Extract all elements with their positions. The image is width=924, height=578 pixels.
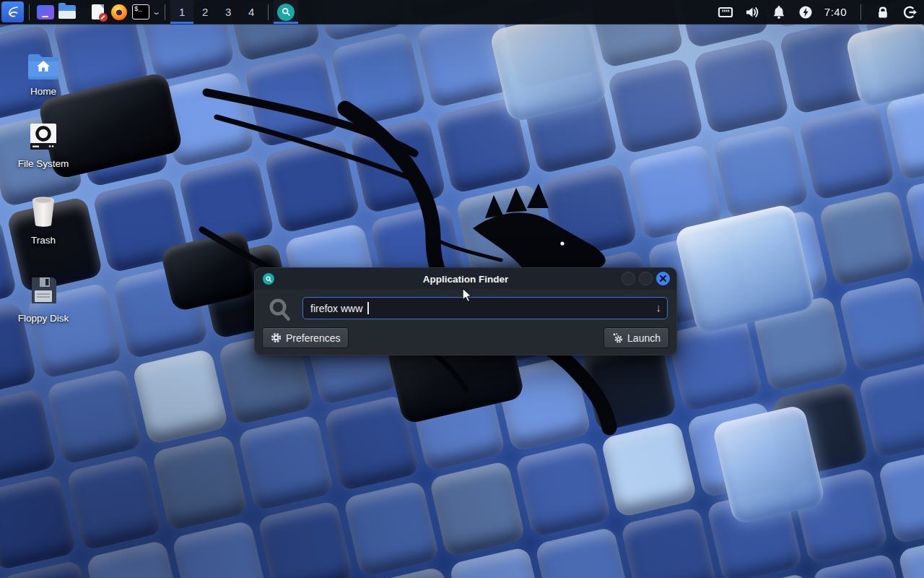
- wallpaper-cube: [798, 103, 895, 200]
- window-titlebar[interactable]: Application Finder: [255, 268, 676, 290]
- wallpaper-cube: [46, 368, 143, 465]
- launcher-desktop-app[interactable]: [35, 1, 56, 22]
- wallpaper-cube: [0, 474, 77, 571]
- wallpaper-cube: [257, 500, 354, 578]
- volume-icon[interactable]: [742, 1, 762, 22]
- kali-menu-icon: [5, 5, 21, 20]
- wallpaper-cube: [429, 460, 526, 557]
- taskbar-application-finder[interactable]: [274, 0, 298, 24]
- desktop-icon-label: Floppy Disk: [18, 313, 69, 324]
- power-manager-icon[interactable]: [796, 1, 816, 22]
- maximize-button[interactable]: [639, 272, 653, 285]
- launcher-text-editor[interactable]: [87, 1, 108, 22]
- panel-separator: [29, 4, 30, 20]
- desktop-icon-label: Home: [30, 86, 56, 97]
- drive-icon: [28, 114, 58, 152]
- application-finder-icon: [263, 273, 274, 285]
- close-button[interactable]: [656, 272, 670, 285]
- wallpaper-cube: [712, 124, 809, 220]
- wallpaper-cube: [818, 189, 915, 286]
- search-input-wrap: ↓: [302, 297, 668, 319]
- workspace-4[interactable]: 4: [240, 0, 263, 24]
- network-icon[interactable]: [715, 1, 736, 22]
- launcher-file-manager[interactable]: [56, 1, 78, 22]
- wallpaper-cube: [171, 520, 268, 578]
- trash-icon: [27, 191, 59, 228]
- wallpaper-cube: [515, 441, 611, 538]
- search-row: ↓: [255, 294, 676, 326]
- launcher-terminal[interactable]: $_: [130, 1, 152, 22]
- workspace-1[interactable]: 1: [170, 0, 193, 24]
- workspace-label: 4: [248, 6, 254, 18]
- home-folder-icon: [26, 42, 61, 79]
- wallpaper-cube: [534, 527, 631, 578]
- applications-menu-button[interactable]: [1, 1, 24, 22]
- panel-separator: [268, 4, 269, 20]
- notifications-bell-icon[interactable]: [769, 1, 789, 22]
- chevron-down-icon[interactable]: ⌄: [152, 7, 161, 17]
- launch-label: Launch: [627, 332, 661, 344]
- desktop-icon-trash[interactable]: Trash: [3, 191, 84, 246]
- wallpaper-cube: [693, 38, 790, 134]
- wallpaper-cube: [620, 506, 717, 578]
- desktop-icon-label: Trash: [31, 235, 56, 246]
- wallpaper-cube: [66, 454, 162, 551]
- preferences-label: Preferences: [286, 332, 340, 344]
- wallpaper-cube: [343, 480, 440, 577]
- search-icon: [269, 298, 292, 325]
- launch-button[interactable]: Launch: [603, 327, 669, 348]
- application-finder-window: Application Finder ↓: [254, 267, 677, 355]
- launch-gear-icon: [612, 332, 623, 343]
- floppy-icon: [27, 269, 59, 306]
- desktop-icon-floppy-disk[interactable]: Floppy Disk: [3, 269, 84, 324]
- panel-clock[interactable]: 7:40: [822, 6, 849, 18]
- panel-separator: [165, 4, 165, 20]
- desktop-app-icon: [37, 5, 54, 20]
- wallpaper-cube: [330, 31, 427, 128]
- wallpaper-cube: [541, 163, 637, 260]
- top-panel: $_ ⌄ 1 2 3 4 7:40: [0, 0, 924, 24]
- wallpaper-cube: [0, 388, 57, 485]
- desktop-icon-home[interactable]: Home: [3, 42, 84, 97]
- desktop-icon-file-system[interactable]: File System: [3, 114, 84, 169]
- application-finder-icon: [277, 4, 295, 21]
- wallpaper-cube: [455, 183, 552, 280]
- window-title: Application Finder: [423, 274, 509, 285]
- file-manager-icon: [58, 5, 76, 19]
- wallpaper-cube: [152, 434, 248, 531]
- wallpaper-cube: [838, 275, 924, 372]
- system-tray: 7:40: [715, 1, 924, 22]
- wallpaper-cube: [858, 361, 924, 458]
- wallpaper-cube: [601, 420, 697, 517]
- desktop-icon-label: File System: [18, 158, 69, 169]
- wallpaper-cube: [131, 348, 228, 445]
- wallpaper-cube: [263, 137, 360, 233]
- close-icon: [660, 275, 666, 282]
- search-input[interactable]: [303, 298, 667, 319]
- wallpaper-cube: [237, 414, 334, 511]
- text-caret: [367, 302, 369, 314]
- text-editor-icon: [92, 4, 104, 20]
- logout-icon[interactable]: [899, 1, 920, 22]
- launcher-firefox[interactable]: [108, 1, 130, 22]
- workspace-label: 3: [225, 6, 231, 18]
- panel-separator: [860, 4, 861, 20]
- preferences-button[interactable]: Preferences: [262, 327, 349, 348]
- workspace-label: 2: [202, 6, 208, 18]
- workspace-2[interactable]: 2: [193, 0, 217, 24]
- wallpaper-cube: [244, 51, 341, 147]
- lock-icon[interactable]: [873, 1, 893, 22]
- workspace-label: 1: [179, 6, 185, 18]
- wallpaper-cube: [349, 117, 446, 214]
- workspace-3[interactable]: 3: [217, 0, 240, 24]
- gear-icon: [271, 332, 282, 343]
- firefox-icon: [111, 4, 127, 20]
- minimize-button[interactable]: [622, 272, 635, 285]
- desktop-screen: Home File System Trash: [0, 0, 924, 578]
- wallpaper-cube: [607, 57, 704, 154]
- terminal-icon: $_: [132, 4, 149, 20]
